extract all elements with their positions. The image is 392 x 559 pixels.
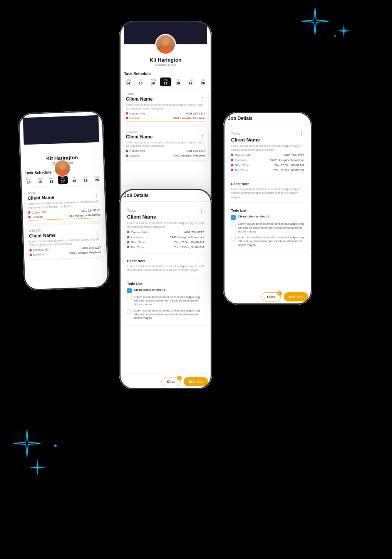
day-strip-center: Mon14 Tue15 Wed16 Thu17 Fri18 Sat19 Su20 (119, 77, 212, 87)
client-note-right: Client Note Lorem ipsum dolor sit amet, … (227, 179, 308, 203)
jd-start-val-r: Thu 17 Oct, 09:00 AM (274, 163, 304, 167)
three-dots-2-c[interactable]: ⋮ (200, 134, 205, 140)
jd-client-bottom: Client Name (127, 214, 204, 220)
chat-button-bottom[interactable]: Chat 2 (161, 377, 181, 386)
three-dots-1-c[interactable]: ⋮ (200, 96, 205, 102)
chat-badge-bottom: 2 (177, 376, 182, 381)
sparkle-top-right-small (334, 21, 353, 40)
client-note-bottom: Client Note Lorem ipsum dolor sit amet, … (123, 256, 208, 276)
cn-text-right: Lorem ipsum dolor sit amet, consectetur … (231, 187, 304, 200)
day-mon-left: Mon14 (23, 177, 34, 186)
jd-location-val-r: 3462 Hampton Meadows (270, 158, 304, 162)
cn-title-bottom: Client Note (127, 259, 204, 263)
todo-check-1-right[interactable]: ✓ (231, 215, 236, 220)
todo-text-3-bottom: Lorem ipsum dolor sit amet, consectetur … (134, 309, 204, 320)
todo-check-1-bottom[interactable]: ✓ (127, 288, 132, 293)
task-title-center: Task Schedule (119, 70, 212, 77)
day-su-c: Su20 (198, 77, 209, 86)
svg-point-0 (54, 445, 57, 447)
sparkle-dot-2 (334, 35, 336, 37)
dot-contact-left (28, 211, 30, 214)
jd-dots-right[interactable]: ⋮ (299, 131, 304, 136)
card-client-2-left: Client Name (29, 232, 56, 238)
chat-button-right[interactable]: Chat 2 (261, 292, 281, 301)
dot-contact-b (127, 231, 129, 233)
day-mon-c: Mon14 (122, 77, 134, 86)
todo-item-2-right: Lorem ipsum dolor sit amet, consectetur … (231, 222, 304, 233)
job-card-1-left: Today Client Name ⋮ Lorem ipsum dolor si… (24, 185, 104, 224)
card-desc-2-c: Lorem ipsum dolor sit amet, consectetur … (126, 141, 205, 148)
job-card-1-center: Today Client Name ⋮ Lorem ipsum dolor si… (122, 89, 209, 125)
phone-right: Job Detials Today ⋮ Client Name Lorem ip… (223, 112, 312, 305)
day-fri-left: Fri18 (69, 175, 79, 184)
dot-contact-2-left (29, 249, 32, 251)
cn-text-bottom: Lorem ipsum dolor sit amet, consectetur … (127, 264, 204, 273)
card-desc-1-left: Lorem ipsum dolor sit amet, consectetur … (28, 200, 100, 210)
card-desc-1-c: Lorem ipsum dolor sit amet, consectetur … (126, 103, 205, 111)
todo-title-right: Todo List (231, 209, 304, 212)
end-job-button-right[interactable]: End Job (284, 292, 308, 301)
jd-desc-bottom: Lorem ipsum dolor sit amet, consectetur … (127, 221, 204, 229)
day-sat-c: Sat19 (185, 77, 196, 86)
todo-title-bottom: Todo List (127, 282, 204, 286)
three-dots-1-left[interactable]: ⋮ (94, 193, 99, 199)
jd-end-val-r: Thu 17 Oct, 06:00 PM (274, 168, 304, 172)
jd-contact-val-b: +001 234 6217 (183, 231, 204, 234)
day-su-left: Su20 (92, 174, 102, 183)
todo-item-3-right: Lorem ipsum dolor sit amet, consectetur … (231, 236, 304, 247)
jd-dots-bottom[interactable]: ⋮ (199, 208, 204, 213)
bottom-buttons-bottom: Chat 2 End Job (119, 374, 212, 389)
jd-header-right: Job Detials (223, 112, 312, 125)
profile-bg-left (23, 115, 99, 145)
sparkle-dot (54, 444, 57, 447)
todo-item-1-bottom: ✓ Clean toilets on floor 5 (127, 288, 204, 293)
bottom-buttons-right: Chat 2 End Job (223, 289, 312, 305)
jd-main-card-right: Today ⋮ Client Name Lorem ipsum dolor si… (227, 127, 308, 176)
todo-item-2-bottom: Lorem ipsum dolor sit amet, consectetur … (127, 295, 204, 306)
profile-header-center: Kit Harington Cleaner Head (119, 21, 212, 70)
todo-text-3-right: Lorem ipsum dolor sit amet, consectetur … (238, 236, 304, 247)
todo-item-1-right: ✓ Clean toilets on floor 5 (231, 215, 304, 220)
todo-check-3-right[interactable] (231, 236, 236, 241)
dot-1 (126, 112, 128, 114)
todo-check-2-bottom[interactable] (127, 296, 132, 300)
todo-check-2-right[interactable] (231, 222, 236, 227)
jd-date-right: Today (231, 131, 240, 135)
dot-2 (126, 117, 128, 119)
chat-badge-right: 2 (277, 291, 282, 296)
job-card-2-center: 1/8/2024 Client Name ⋮ Lorem ipsum dolor… (122, 126, 209, 161)
three-dots-2-left[interactable]: ⋮ (95, 231, 101, 236)
todo-item-3-bottom: Lorem ipsum dolor sit amet, consectetur … (127, 309, 204, 320)
day-tue-left: Tue15 (35, 176, 45, 185)
phone-left: Kit Harington Cleaner Head Task Schedule… (18, 110, 109, 290)
jd-date-bottom: Today (127, 209, 136, 212)
todo-text-1-bottom: Clean toilets on floor 5 (134, 288, 165, 292)
todo-section-right: Todo List ✓ Clean toilets on floor 5 Lor… (227, 205, 308, 253)
day-wed-left: Wed16 (46, 176, 57, 185)
dot-end-r (231, 169, 233, 171)
jd-contact-val-r: +001 234 6217 (283, 153, 304, 157)
jd-client-right: Client Name (231, 137, 304, 143)
day-tue-c: Tue15 (135, 77, 146, 86)
dot-location-b (127, 236, 129, 238)
dot-start-r (231, 164, 233, 166)
card-desc-2-left: Lorem ipsum dolor sit amet, consectetur … (29, 237, 101, 247)
job-card-2-left: 1/8/2024 Client Name ⋮ Lorem ipsum dolor… (25, 223, 105, 260)
day-thu-c: Thu17 (160, 77, 171, 86)
card-divider-c1 (126, 121, 205, 121)
todo-text-2-right: Lorem ipsum dolor sit amet, consectetur … (238, 222, 304, 233)
todo-check-3-bottom[interactable] (127, 309, 132, 314)
dot-contact-r (231, 154, 233, 156)
jd-header-bottom: Job Details (119, 189, 212, 202)
sparkle-bottom-left-small (27, 457, 48, 478)
end-job-button-bottom[interactable]: End Job (184, 377, 208, 386)
dot-3 (126, 150, 128, 152)
todo-section-bottom: Todo List ✓ Clean toilets on floor 5 Lor… (123, 279, 208, 326)
profile-header-left: Kit Harington Cleaner Head (18, 110, 105, 170)
jd-title-bottom: Job Details (124, 193, 207, 198)
card-client-1-c: Client Name (126, 96, 152, 102)
dot-location-r (231, 159, 233, 161)
dot-4 (126, 155, 128, 157)
card-date-2-c: 1/8/2024 (126, 130, 205, 133)
dot-location-left (28, 216, 30, 218)
